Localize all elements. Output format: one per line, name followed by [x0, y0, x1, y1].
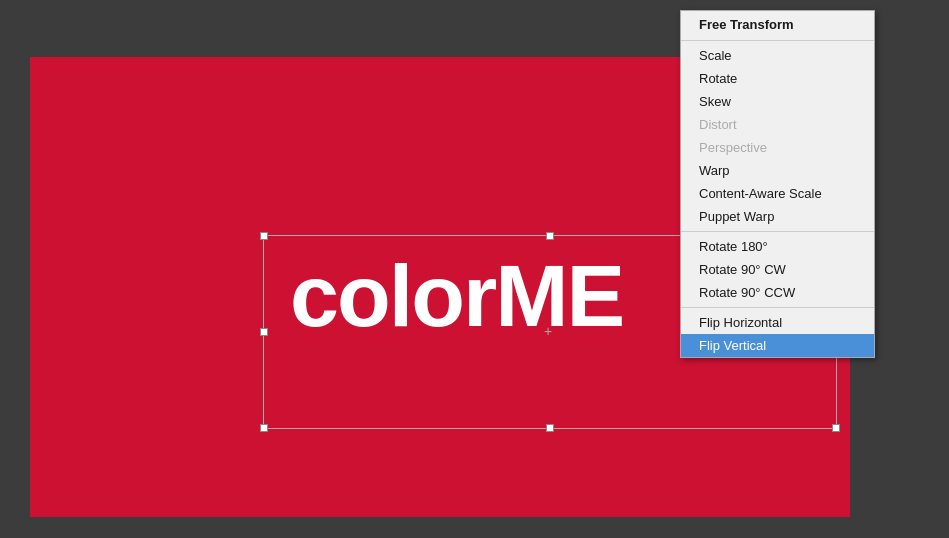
handle-top-left[interactable]: [260, 232, 268, 240]
menu-item-content-aware-scale[interactable]: Content-Aware Scale: [681, 182, 874, 205]
separator-separator-1: [681, 40, 874, 41]
handle-top-center[interactable]: [546, 232, 554, 240]
menu-item-perspective: Perspective: [681, 136, 874, 159]
handle-middle-left[interactable]: [260, 328, 268, 336]
separator-separator-3: [681, 307, 874, 308]
handle-bottom-center[interactable]: [546, 424, 554, 432]
menu-item-puppet-warp[interactable]: Puppet Warp: [681, 205, 874, 228]
menu-item-flip-horizontal[interactable]: Flip Horizontal: [681, 311, 874, 334]
separator-separator-2: [681, 231, 874, 232]
menu-item-rotate-90-cw[interactable]: Rotate 90° CW: [681, 258, 874, 281]
logo-text: colorME: [270, 242, 643, 350]
handle-bottom-right[interactable]: [832, 424, 840, 432]
menu-item-distort: Distort: [681, 113, 874, 136]
menu-item-flip-vertical[interactable]: Flip Vertical: [681, 334, 874, 357]
context-menu: Free TransformScaleRotateSkewDistortPers…: [680, 10, 875, 358]
menu-item-rotate-180[interactable]: Rotate 180°: [681, 235, 874, 258]
handle-bottom-left[interactable]: [260, 424, 268, 432]
menu-item-rotate[interactable]: Rotate: [681, 67, 874, 90]
menu-item-rotate-90-ccw[interactable]: Rotate 90° CCW: [681, 281, 874, 304]
menu-item-skew[interactable]: Skew: [681, 90, 874, 113]
menu-item-warp[interactable]: Warp: [681, 159, 874, 182]
menu-item-scale[interactable]: Scale: [681, 44, 874, 67]
menu-item-free-transform[interactable]: Free Transform: [681, 11, 874, 37]
